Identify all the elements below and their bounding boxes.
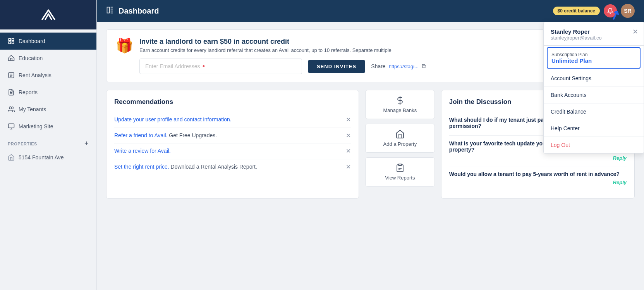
rec-item-1: Update your user profile and contact inf… bbox=[114, 112, 351, 128]
email-input-display: Enter Email Addresses • bbox=[139, 59, 302, 74]
header: Dashboard $0 credit balance SR bbox=[97, 0, 644, 22]
rec-text-4: Set the right rent price. Download a Ren… bbox=[114, 163, 342, 171]
copy-link-button[interactable]: ⧉ bbox=[422, 63, 426, 70]
manage-banks-label: Manage Banks bbox=[383, 107, 417, 113]
sidebar-property-item[interactable]: 5154 Fountain Ave bbox=[0, 149, 96, 166]
svg-point-7 bbox=[9, 107, 12, 109]
view-reports-button[interactable]: View Reports bbox=[365, 157, 435, 186]
discussion-question-3: Would you allow a tenant to pay 5-years … bbox=[449, 171, 627, 177]
rec-close-4[interactable]: ✕ bbox=[346, 163, 351, 171]
sidebar-item-education[interactable]: Education bbox=[0, 50, 96, 67]
dropdown-close-button[interactable]: ✕ bbox=[632, 28, 638, 36]
dropdown-help-center[interactable]: Help Center bbox=[544, 120, 644, 137]
rec-item-2: Refer a friend to Avail. Get Free Upgrad… bbox=[114, 128, 351, 144]
manage-banks-button[interactable]: Manage Banks bbox=[365, 90, 435, 119]
dropdown-bank-accounts[interactable]: Bank Accounts bbox=[544, 87, 644, 104]
rec-text-1: Update your user profile and contact inf… bbox=[114, 116, 342, 124]
share-section: Share https://stagi... ⧉ bbox=[371, 63, 426, 70]
discussion-item-3: Would you allow a tenant to pay 5-years … bbox=[449, 166, 627, 190]
header-right: $0 credit balance SR bbox=[553, 4, 635, 18]
svg-rect-1 bbox=[12, 38, 14, 40]
svg-rect-0 bbox=[9, 38, 10, 40]
user-dropdown-menu: Stanley Roper stanleyjroper@avail.co ✕ S… bbox=[543, 22, 644, 154]
rec-close-3[interactable]: ✕ bbox=[346, 147, 351, 155]
sidebar-logo bbox=[0, 0, 96, 29]
reply-link-2[interactable]: Reply bbox=[613, 155, 627, 161]
sidebar-item-dashboard[interactable]: Dashboard bbox=[0, 33, 96, 50]
svg-rect-9 bbox=[107, 7, 110, 13]
discussion-reply-2: Reply bbox=[449, 154, 627, 161]
rec-item-4: Set the right rent price. Download a Ren… bbox=[114, 159, 351, 175]
dropdown-credit-balance[interactable]: Credit Balance bbox=[544, 104, 644, 120]
sidebar-toggle-icon[interactable] bbox=[106, 6, 114, 16]
svg-rect-15 bbox=[398, 164, 402, 166]
dropdown-subscription-plan[interactable]: Subscription Plan Unlimited Plan bbox=[547, 47, 641, 69]
reply-link-3[interactable]: Reply bbox=[613, 180, 627, 185]
properties-section-header: PROPERTIES + bbox=[0, 135, 96, 149]
rec-close-2[interactable]: ✕ bbox=[346, 132, 351, 139]
dropdown-user-email: stanleyjroper@avail.co bbox=[551, 35, 637, 41]
credit-balance-badge[interactable]: $0 credit balance bbox=[553, 7, 600, 15]
sidebar-item-rent-analysis[interactable]: Rent Analysis bbox=[0, 67, 96, 84]
dropdown-header: Stanley Roper stanleyjroper@avail.co bbox=[544, 22, 644, 46]
add-property-button[interactable]: Add a Property bbox=[365, 124, 435, 153]
svg-rect-8 bbox=[9, 124, 14, 128]
rec-item-3: Write a review for Avail. ✕ bbox=[114, 143, 351, 159]
plan-label: Subscription Plan bbox=[551, 52, 636, 57]
quick-actions-column: Manage Banks Add a Property View Reports bbox=[365, 90, 435, 199]
svg-rect-3 bbox=[12, 42, 14, 44]
sidebar-navigation: Dashboard Education Rent Analysis Report… bbox=[0, 29, 96, 290]
page-title: Dashboard bbox=[118, 7, 159, 16]
sidebar-item-reports[interactable]: Reports bbox=[0, 84, 96, 101]
header-left: Dashboard bbox=[106, 6, 159, 16]
main-area: Dashboard $0 credit balance SR 🎁 Invite … bbox=[97, 0, 644, 290]
dropdown-account-settings[interactable]: Account Settings bbox=[544, 70, 644, 87]
gift-icon: 🎁 bbox=[116, 38, 133, 54]
add-property-sidebar-button[interactable]: + bbox=[84, 140, 89, 148]
plan-name: Unlimited Plan bbox=[551, 57, 636, 64]
discussion-reply-3: Reply bbox=[449, 179, 627, 186]
view-reports-label: View Reports bbox=[385, 175, 415, 181]
rec-text-2: Refer a friend to Avail. Get Free Upgrad… bbox=[114, 132, 342, 140]
sidebar-item-marketing-site[interactable]: Marketing Site bbox=[0, 118, 96, 135]
avatar[interactable]: SR bbox=[621, 4, 635, 18]
dropdown-logout[interactable]: Log Out bbox=[544, 137, 644, 153]
recommendations-card: Recommendations Update your user profile… bbox=[106, 90, 359, 199]
dropdown-user-name: Stanley Roper bbox=[551, 28, 637, 35]
recommendations-title: Recommendations bbox=[114, 98, 351, 106]
rec-text-3: Write a review for Avail. bbox=[114, 147, 342, 155]
sidebar: Dashboard Education Rent Analysis Report… bbox=[0, 0, 97, 290]
required-dot: • bbox=[203, 63, 205, 70]
svg-rect-2 bbox=[9, 42, 10, 44]
rec-close-1[interactable]: ✕ bbox=[346, 116, 351, 123]
send-invites-button[interactable]: SEND INVITES bbox=[308, 60, 365, 73]
add-property-label: Add a Property bbox=[383, 141, 417, 147]
sidebar-item-my-tenants[interactable]: My Tenants bbox=[0, 101, 96, 118]
